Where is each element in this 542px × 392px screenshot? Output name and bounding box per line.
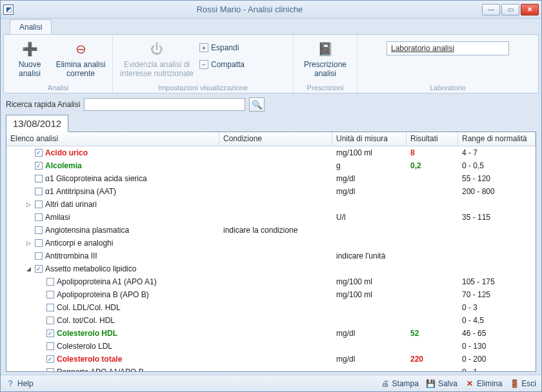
row-result: 220 [406,353,458,365]
close-button[interactable]: ✕ [521,4,539,15]
table-row[interactable]: Colesterolo HDLmg/dl5246 - 65 [6,327,536,340]
row-range: 0 - 3 [458,302,536,313]
table-row[interactable]: α1 Glicoproteina acida siericamg/dl55 - … [6,172,536,185]
col-header-res[interactable]: Risultati [406,132,458,146]
expander-icon [36,304,44,311]
expander-icon [36,368,44,371]
minus-icon: ⊖ [70,39,91,59]
col-header-name[interactable]: Elenco analisi [6,132,219,146]
row-checkbox[interactable] [35,239,43,247]
date-tab-active[interactable]: 13/08/2012 [6,115,68,132]
plus-icon: ➕ [19,39,40,59]
table-row[interactable]: Alcolemiag0,20 - 0,5 [6,159,536,172]
table-row[interactable]: ◢Assetto metabolico lipidico [6,262,536,275]
row-name: α1 Antitripsina (AAT) [45,187,116,196]
exit-icon: 🚪 [510,379,519,388]
row-unit [332,345,406,348]
row-unit [332,203,406,206]
evidenzia-button[interactable]: ⏻ Evidenzia analisi di interesse nutrizi… [118,37,196,80]
row-checkbox[interactable] [35,162,43,170]
search-input[interactable] [84,98,245,111]
expander-icon [25,188,32,195]
expander-icon[interactable]: ◢ [25,265,32,273]
table-row[interactable]: AmilasiU/l35 - 115 [6,211,536,224]
table-row[interactable]: Apolipoproteina B (APO B)mg/100 ml70 - 1… [6,288,536,301]
prescrizione-button[interactable]: 📓 Prescrizione analisi [299,37,352,80]
table-row[interactable]: α1 Antitripsina (AAT)mg/dl200 - 800 [6,185,536,198]
row-checkbox[interactable] [46,355,54,363]
nuove-analisi-button[interactable]: ➕ Nuove analisi [9,37,50,80]
row-name: Colesterolo totale [57,355,122,364]
col-header-cond[interactable]: Condizione [219,132,332,146]
search-button[interactable]: 🔍 [249,97,265,112]
expander-icon[interactable]: ▷ [25,201,32,208]
row-checkbox[interactable] [46,304,54,311]
grid-body[interactable]: Acido uricomg/100 ml84 - 7Alcolemiag0,20… [6,146,536,371]
row-result [406,216,458,219]
tab-analisi[interactable]: Analisi [10,19,52,34]
searchbar: Ricerca rapida Analisi 🔍 [1,96,541,114]
row-checkbox[interactable] [35,188,43,195]
row-checkbox[interactable] [35,201,43,208]
table-row[interactable]: ▷Altri dati urinari [6,198,536,211]
table-row[interactable]: Rapporto APO A1/APO B0 - 1 [6,366,536,371]
row-unit: mg/dl [332,328,406,339]
row-checkbox[interactable] [35,226,43,234]
table-row[interactable]: Col. tot/Col. HDL0 - 4,5 [6,314,536,327]
table-row[interactable]: ▷Anticorpi e analoghi [6,237,536,250]
ribbon-group-title-analisi: Analisi [9,83,107,92]
row-result [406,319,458,322]
col-header-range[interactable]: Range di normalità [458,132,536,146]
row-checkbox[interactable] [35,265,43,273]
table-row[interactable]: Acido uricomg/100 ml84 - 7 [6,146,536,159]
compatta-button[interactable]: − Compatta [199,58,245,71]
expander-icon[interactable]: ▷ [25,239,32,247]
stampa-button[interactable]: 🖨 Stampa [381,379,419,388]
row-range: 0 - 0,5 [458,160,536,172]
row-checkbox[interactable] [46,278,54,286]
laboratorio-field[interactable]: Laboratorio analisi [386,41,509,55]
table-row[interactable]: Colesterolo totalemg/dl2200 - 200 [6,353,536,366]
row-checkbox[interactable] [35,252,43,260]
row-checkbox[interactable] [46,291,54,299]
row-unit: mg/dl [332,173,406,184]
maximize-button[interactable]: ▭ [501,4,519,15]
espandi-button[interactable]: + Espandi [199,41,245,54]
row-condition [219,190,332,193]
row-unit: mg/dl [332,353,406,365]
salva-button[interactable]: 💾 Salva [427,379,457,388]
row-result: 0,2 [406,160,458,172]
row-checkbox[interactable] [46,329,54,337]
help-button[interactable]: ? Help [6,379,34,388]
row-checkbox[interactable] [46,317,54,324]
elimina-analisi-button[interactable]: ⊖ Elimina analisi corrente [54,37,107,80]
esci-button[interactable]: 🚪 Esci [510,379,536,388]
table-row[interactable]: Apolipoproteina A1 (APO A1)mg/100 ml105 … [6,275,536,288]
row-result [406,371,458,371]
table-row[interactable]: Col. LDL/Col. HDL0 - 3 [6,301,536,314]
row-condition [219,306,332,309]
minimize-button[interactable]: — [482,4,500,15]
grid-header: Elenco analisi Condizione Unità di misur… [6,132,536,146]
table-row[interactable]: Angiotensina plasmaticaindicare la condi… [6,224,536,237]
elimina-button[interactable]: ✕ Elimina [465,379,502,388]
table-row[interactable]: Antitrombina IIIindicare l'unità [6,250,536,262]
col-header-unit[interactable]: Unità di misura [332,132,406,146]
row-condition [219,319,332,322]
table-row[interactable]: Colesterolo LDL0 - 130 [6,340,536,353]
row-checkbox[interactable] [46,342,54,350]
row-checkbox[interactable] [35,213,43,221]
row-result [406,306,458,309]
row-checkbox[interactable] [35,175,43,182]
row-range: 70 - 125 [458,289,536,300]
row-name: Angiotensina plasmatica [45,226,129,235]
row-name: Rapporto APO A1/APO B [57,368,144,371]
ribbon-group-analisi: ➕ Nuove analisi ⊖ Elimina analisi corren… [4,35,113,93]
row-result: 8 [406,147,458,159]
row-checkbox[interactable] [46,368,54,371]
row-range: 0 - 1 [458,366,536,371]
row-checkbox[interactable] [35,149,43,157]
row-unit: indicare l'unità [332,250,406,262]
help-icon: ? [6,379,15,388]
expander-icon [36,291,44,299]
